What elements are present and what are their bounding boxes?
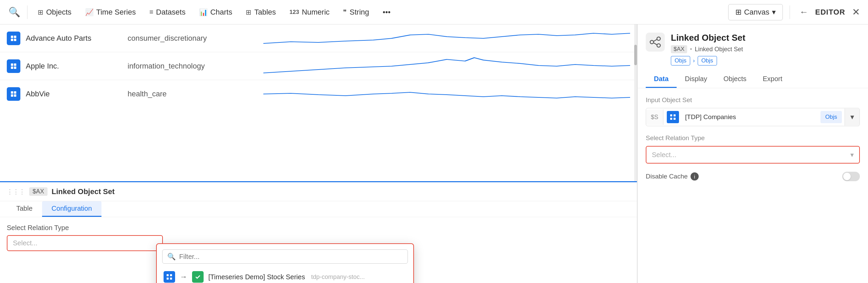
svg-point-30 xyxy=(657,44,660,47)
nav-item-string[interactable]: ❞ String xyxy=(337,5,375,19)
svg-rect-4 xyxy=(11,63,13,66)
editor-chevron[interactable]: ▾ xyxy=(845,109,860,126)
select-relation-type-label: Select Relation Type xyxy=(646,134,860,142)
nav-label-charts: Charts xyxy=(210,8,232,17)
nav-label-string: String xyxy=(350,8,369,17)
editor-select-relation-box[interactable]: Select... ▾ xyxy=(646,146,860,164)
editor-obj-icon xyxy=(646,33,665,52)
editor-body: Input Object Set $S [TDP] Companies Objs… xyxy=(638,88,868,283)
dropdown-src-icon-1 xyxy=(164,271,175,283)
canvas-icon: ⊞ xyxy=(735,8,741,17)
nav-label-datasets: Datasets xyxy=(156,8,186,17)
editor-sub-label: Linked Object Set xyxy=(695,46,743,53)
datasets-icon: ≡ xyxy=(149,8,153,16)
more-icon: ••• xyxy=(383,8,391,17)
svg-rect-11 xyxy=(14,94,16,97)
tables-icon: ⊞ xyxy=(246,8,251,16)
dropdown-dest-icon-1 xyxy=(192,271,204,283)
row-name-3: AbbVie xyxy=(26,90,128,98)
editor-tag-2: Objs xyxy=(698,56,717,65)
nav-item-datasets[interactable]: ≡ Datasets xyxy=(143,5,192,19)
select-relation-box[interactable]: Select... xyxy=(7,235,163,251)
canvas-button[interactable]: ⊞ Canvas ▾ xyxy=(728,4,783,20)
svg-rect-33 xyxy=(670,114,672,116)
row-category-1: consumer_discretionary xyxy=(128,34,263,43)
nav-right: ⊞ Canvas ▾ ← EDITOR ✕ xyxy=(728,4,863,20)
table-row: Apple Inc. information_technology xyxy=(0,52,637,80)
editor-select-chevron-icon: ▾ xyxy=(850,151,854,159)
table-row: Advance Auto Parts consumer_discretionar… xyxy=(0,24,637,52)
linked-obj-header: ⋮⋮⋮ $AX Linked Object Set xyxy=(0,182,637,201)
vertical-scroll-thumb[interactable] xyxy=(634,45,637,65)
drag-handle[interactable]: ⋮⋮⋮ xyxy=(7,188,25,195)
editor-obj-sub: $AX • Linked Object Set xyxy=(671,45,746,53)
linked-obj-title: Linked Object Set xyxy=(52,187,115,196)
linked-obj-tabs: Table Configuration xyxy=(0,201,637,217)
svg-rect-9 xyxy=(14,91,16,94)
right-panel: Linked Object Set $AX • Linked Object Se… xyxy=(637,24,868,283)
editor-disable-cache-row: Disable Cache i xyxy=(646,172,860,181)
input-object-set-label: Input Object Set xyxy=(646,96,860,104)
editor-input-prefix: $S xyxy=(646,110,663,125)
row-name-2: Apple Inc. xyxy=(26,62,128,71)
table-row: AbbVie health_care xyxy=(0,80,637,108)
svg-rect-36 xyxy=(674,118,676,120)
editor-header: Linked Object Set $AX • Linked Object Se… xyxy=(638,24,868,88)
editor-select-placeholder: Select... xyxy=(652,151,676,159)
filter-input[interactable] xyxy=(179,253,403,261)
svg-rect-1 xyxy=(14,36,16,38)
nav-label-objects: Objects xyxy=(46,8,72,17)
dropdown-item-1[interactable]: → [Timeseries Demo] Stock Series tdp-com… xyxy=(157,268,413,283)
dropdown-label-1: [Timeseries Demo] Stock Series xyxy=(208,273,305,281)
editor-tab-data[interactable]: Data xyxy=(646,71,677,88)
back-button[interactable]: ← xyxy=(797,4,811,20)
editor-tab-display[interactable]: Display xyxy=(677,71,715,88)
row-name-1: Advance Auto Parts xyxy=(26,34,128,43)
timeseries-icon: 📈 xyxy=(85,8,94,16)
toggle-thumb xyxy=(843,173,851,180)
svg-rect-10 xyxy=(11,94,13,97)
close-button[interactable]: ✕ xyxy=(849,4,863,20)
row-chart-3 xyxy=(263,84,630,104)
nav-item-objects[interactable]: ⊞ Objects xyxy=(32,5,78,19)
row-category-2: information_technology xyxy=(128,62,263,71)
main-layout: Advance Auto Parts consumer_discretionar… xyxy=(0,24,868,283)
svg-rect-35 xyxy=(670,118,672,120)
editor-tab-objects[interactable]: Objects xyxy=(715,71,755,88)
charts-icon: 📊 xyxy=(199,8,208,16)
svg-rect-16 xyxy=(167,274,169,276)
canvas-label: Canvas xyxy=(744,8,770,17)
row-icon-3 xyxy=(7,87,20,101)
nav-item-charts[interactable]: 📊 Charts xyxy=(193,5,239,19)
nav-label-timeseries: Time Series xyxy=(96,8,136,17)
nav-item-tables[interactable]: ⊞ Tables xyxy=(240,5,282,19)
row-icon-1 xyxy=(7,32,20,45)
nav-item-numeric[interactable]: 123 Numeric xyxy=(283,5,336,19)
svg-rect-19 xyxy=(170,278,172,280)
linked-tab-configuration[interactable]: Configuration xyxy=(42,201,101,217)
svg-rect-5 xyxy=(14,63,16,66)
nav-item-more[interactable]: ••• xyxy=(377,5,397,19)
canvas-chevron-icon: ▾ xyxy=(772,8,776,17)
filter-input-wrap: 🔍 xyxy=(162,249,408,264)
editor-tab-export[interactable]: Export xyxy=(755,71,791,88)
disable-cache-toggle[interactable] xyxy=(842,172,860,181)
linked-tab-table[interactable]: Table xyxy=(7,201,42,217)
dropdown-sublabel-1: tdp-company-stoc... xyxy=(311,273,365,281)
svg-point-29 xyxy=(657,37,660,40)
editor-input-badge: Objs xyxy=(820,111,842,123)
editor-tag-1: Objs xyxy=(671,56,690,65)
svg-line-31 xyxy=(654,39,657,41)
editor-sub-separator: • xyxy=(690,46,692,53)
row-chart-1 xyxy=(263,28,630,49)
editor-input-row: $S [TDP] Companies Objs ▾ xyxy=(646,108,860,126)
nav-item-timeseries[interactable]: 📈 Time Series xyxy=(79,5,142,19)
editor-obj-title: Linked Object Set xyxy=(671,33,746,43)
svg-rect-3 xyxy=(14,39,16,41)
editor-tabs: Data Display Objects Export xyxy=(646,71,860,88)
numeric-icon: 123 xyxy=(289,9,299,16)
row-chart-2 xyxy=(263,56,630,76)
search-button[interactable]: 🔍 xyxy=(5,3,23,21)
svg-rect-34 xyxy=(674,114,676,116)
editor-obj-info: Linked Object Set $AX • Linked Object Se… xyxy=(671,33,746,65)
